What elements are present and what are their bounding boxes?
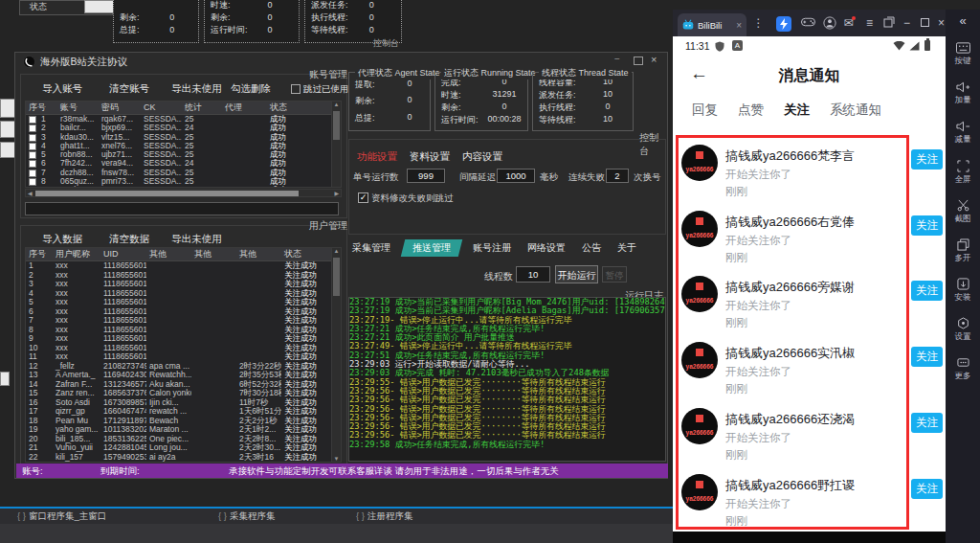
table-row[interactable]: 20bili_185...1853136225One piec...2天2时8.… [26, 435, 341, 444]
table-row[interactable]: 1r38mak...rqak67...SESSDA...25成功 [26, 115, 341, 124]
manage-tab[interactable]: 采集管理 [348, 239, 394, 257]
taskbar-item[interactable]: { }注册程序集 [356, 510, 413, 523]
user-toolbar-button[interactable]: 清空数据 [109, 233, 149, 246]
table-row[interactable]: 8xxx1118655601关注成功 [26, 326, 341, 335]
sidebar-item-screenshot[interactable]: 截图 [946, 199, 980, 225]
table-row[interactable]: 10xxx1118655601关注成功 [26, 344, 341, 353]
collapse-sidebar-icon[interactable]: « [946, 13, 980, 28]
settings-tab[interactable]: 资料设置 [410, 150, 450, 164]
table-row[interactable]: 2xxx1118655601关注成功 [26, 271, 341, 281]
account-toolbar-button[interactable]: 导入账号 [42, 82, 82, 96]
table-row[interactable]: 3kdau30...vltz15...SESSDA...25成功 [26, 133, 341, 142]
table-row[interactable]: 67fh242...vera94...SESSDA...24成功 [26, 159, 341, 168]
manage-tab[interactable]: 推送管理 [401, 239, 462, 257]
thread-count-input[interactable] [516, 266, 550, 283]
follow-button[interactable]: 关注 [911, 149, 943, 170]
menu-icon[interactable]: ≡ [862, 16, 877, 31]
table-row[interactable]: 21Vuhio_yuii1242881045Long jou...2天2时30.… [26, 443, 341, 453]
taskbar-item[interactable]: { }采集程序集 [218, 510, 276, 523]
window-minimize-icon[interactable]: − [900, 16, 914, 31]
window-close-icon[interactable]: × [934, 16, 946, 31]
column-header[interactable]: 代理 [222, 102, 267, 114]
mail-icon[interactable]: ✉ [841, 16, 856, 31]
account-filter-input[interactable] [25, 202, 339, 215]
fail-input[interactable] [606, 169, 629, 183]
row-checkbox[interactable] [29, 134, 36, 142]
run-log[interactable]: 23:27:19 成功>当前已采集到用户昵称[Big Mom_2476]用户ui… [348, 297, 666, 462]
table-row[interactable]: 6xxx1118655601关注成功 [26, 307, 341, 317]
row-checkbox[interactable] [29, 143, 36, 150]
manage-tab[interactable]: 关于 [613, 239, 640, 257]
account-table-vscrollbar[interactable]: ▲ [331, 102, 341, 187]
sidebar-item-more[interactable]: 更多 [946, 356, 980, 382]
settings-tab[interactable]: 内容设置 [462, 150, 502, 164]
follow-button[interactable]: 关注 [911, 479, 943, 499]
per-account-input[interactable] [407, 169, 445, 183]
skip-failed-checkbox[interactable]: ✓ [358, 192, 368, 203]
avatar[interactable]: ya266666 [681, 342, 718, 378]
table-row[interactable]: 9189ky6...urac90...SESSDA...25成功 [26, 186, 341, 188]
profile-icon[interactable] [822, 16, 836, 31]
follow-button[interactable]: 关注 [911, 413, 943, 433]
account-toolbar-button[interactable]: 勾选删除 [231, 82, 271, 96]
notification-tab[interactable]: 系统通知 [830, 102, 881, 119]
user-toolbar-button[interactable]: 导出未使用 [171, 233, 222, 246]
boost-icon[interactable] [776, 16, 791, 32]
column-header[interactable]: 其他 [236, 248, 281, 260]
table-row[interactable]: 4xxx1118655601关注成功 [26, 289, 341, 299]
column-header[interactable]: UID [100, 248, 146, 260]
table-row[interactable]: 16Soto Asdi1673089857Ijin cki...11时7秒关注成… [26, 398, 341, 408]
emulator-tab[interactable]: BiliBili × [678, 13, 746, 36]
avatar[interactable]: ya266666 [681, 145, 718, 181]
table-row[interactable]: 14Zafran F...1312346577Aku akan...6时52分3… [26, 380, 341, 390]
row-checkbox[interactable] [29, 160, 36, 168]
table-row[interactable]: 9xxx1118655601关注成功 [26, 334, 341, 344]
avatar[interactable]: ya266666 [681, 211, 718, 247]
gamepad-icon[interactable] [801, 16, 815, 31]
notification-tab[interactable]: 关注 [784, 102, 810, 119]
row-checkbox[interactable] [29, 124, 36, 132]
column-header[interactable]: 其他 [146, 248, 191, 260]
row-checkbox[interactable] [29, 170, 36, 177]
table-row[interactable]: 22kili_1571579490253ai ay2a2天3时16关注成功 [26, 453, 341, 463]
column-header[interactable]: 序号 [26, 102, 57, 114]
table-row[interactable]: 19yaho gam...1011383202Maraton ...2天1时2.… [26, 425, 341, 435]
column-header[interactable]: 序号 [26, 248, 53, 260]
follow-button[interactable]: 关注 [911, 347, 943, 367]
notification-tab[interactable]: 回复 [692, 102, 718, 119]
tab-close-icon[interactable]: × [736, 20, 742, 31]
sidebar-item-keyboard[interactable]: 按键 [946, 42, 980, 67]
avatar[interactable]: ya266666 [681, 276, 718, 312]
fullscreen-window-icon[interactable] [881, 16, 896, 31]
table-row[interactable]: 4ghat1t...xnel76...SESSDA...25成功 [26, 142, 341, 150]
table-row[interactable]: 7xxx1118655601关注成功 [26, 316, 341, 326]
manage-tab[interactable]: 公告 [578, 239, 605, 257]
manage-tab[interactable]: 账号注册 [469, 239, 515, 257]
table-row[interactable]: 15Zanz ren...1685637376Calon yonko7时30分1… [26, 389, 341, 398]
table-row[interactable]: 8065quz...pmri73...SESSDA...25成功 [26, 177, 341, 186]
column-header[interactable]: 其他 [191, 248, 236, 260]
sidebar-item-fullscreen[interactable]: 全屏 [946, 160, 980, 186]
sidebar-item-multi-open[interactable]: 多开 [946, 238, 980, 264]
minimize-icon[interactable]: − [614, 54, 620, 64]
table-row[interactable]: 3xxx1118655601关注成功 [26, 280, 341, 289]
user-table-vscrollbar[interactable]: ▲▼ [331, 248, 341, 462]
follow-button[interactable]: 关注 [911, 215, 943, 236]
delay-input[interactable] [497, 169, 535, 183]
table-row[interactable]: 11xxx1118655601关注成功 [26, 352, 341, 362]
table-row[interactable]: 18Pean Mu1712911897Bewach2天2分1秒关注成功 [26, 417, 341, 426]
settings-tab[interactable]: 功能设置 [357, 150, 397, 164]
row-checkbox[interactable] [29, 116, 36, 124]
manage-tab[interactable]: 网络设置 [523, 239, 569, 257]
row-checkbox[interactable] [29, 187, 36, 188]
table-row[interactable]: 1xxx1118655601关注成功 [26, 261, 341, 271]
more-menu-icon[interactable]: ⋮ [751, 16, 766, 31]
close-icon[interactable]: × [651, 54, 657, 65]
row-checkbox[interactable] [29, 178, 36, 186]
taskbar-item[interactable]: { }窗口程序集_主窗口 [17, 510, 106, 523]
account-table-hscrollbar[interactable]: ◀▶ [25, 189, 342, 197]
table-row[interactable]: 5xxx1118655601关注成功 [26, 298, 341, 307]
account-toolbar-button[interactable]: 清空账号 [109, 82, 149, 96]
maximize-icon[interactable] [634, 57, 643, 65]
column-header[interactable]: 统计 [182, 102, 222, 114]
